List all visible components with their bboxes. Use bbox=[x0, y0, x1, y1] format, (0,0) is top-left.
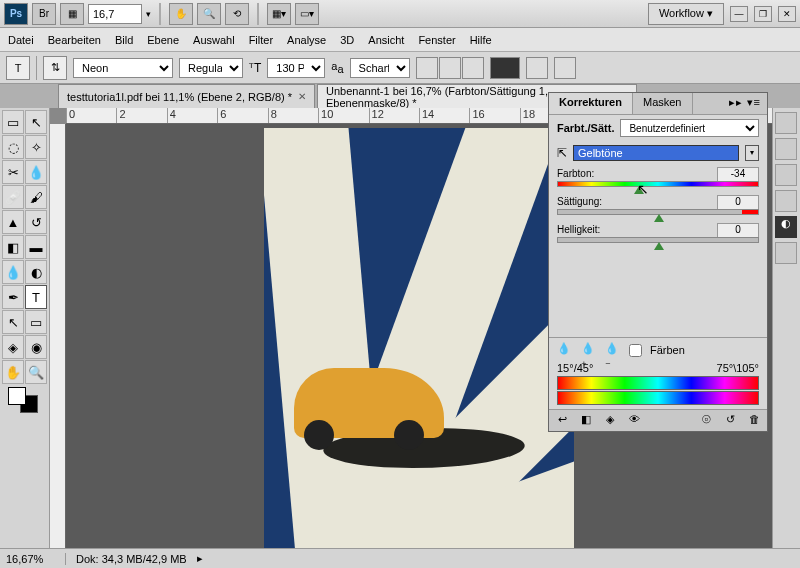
magic-wand-tool[interactable]: ✧ bbox=[25, 135, 47, 159]
eyedropper-add-icon[interactable]: 💧₊ bbox=[581, 342, 597, 358]
eraser-tool[interactable]: ◧ bbox=[2, 235, 24, 259]
dock-expand-icon[interactable] bbox=[775, 112, 797, 134]
align-center-button[interactable] bbox=[439, 57, 461, 79]
menubar: Datei Bearbeiten Bild Ebene Auswahl Filt… bbox=[0, 28, 800, 52]
history-brush-tool[interactable]: ↺ bbox=[25, 210, 47, 234]
align-left-button[interactable] bbox=[416, 57, 438, 79]
range-left: 15°/45° bbox=[557, 362, 593, 374]
bridge-icon[interactable]: Br bbox=[32, 3, 56, 25]
shape-tool[interactable]: ▭ bbox=[25, 310, 47, 334]
colorize-checkbox[interactable] bbox=[629, 344, 642, 357]
minimize-button[interactable]: — bbox=[730, 6, 748, 22]
arrange-docs-icon[interactable]: ▦▾ bbox=[267, 3, 291, 25]
align-right-button[interactable] bbox=[462, 57, 484, 79]
menu-bearbeiten[interactable]: Bearbeiten bbox=[48, 34, 101, 46]
rotate-view-icon[interactable]: ⟲ bbox=[225, 3, 249, 25]
text-orientation-icon[interactable]: ⇅ bbox=[43, 56, 67, 80]
path-select-tool[interactable]: ↖ bbox=[2, 310, 24, 334]
expand-view-icon[interactable]: ◧ bbox=[577, 413, 595, 429]
chevron-down-icon[interactable]: ▾ bbox=[745, 145, 759, 161]
menu-auswahl[interactable]: Auswahl bbox=[193, 34, 235, 46]
mini-bridge-icon[interactable]: ▦ bbox=[60, 3, 84, 25]
type-tool-icon: T bbox=[6, 56, 30, 80]
close-icon[interactable]: ✕ bbox=[298, 91, 306, 102]
screen-mode-icon[interactable]: ▭▾ bbox=[295, 3, 319, 25]
eyedropper-tool[interactable]: 💧 bbox=[25, 160, 47, 184]
reset-icon[interactable]: ↺ bbox=[721, 413, 739, 429]
brush-tool[interactable]: 🖌 bbox=[25, 185, 47, 209]
healing-tool[interactable]: 🩹 bbox=[2, 185, 24, 209]
crop-tool[interactable]: ✂ bbox=[2, 160, 24, 184]
pen-tool[interactable]: ✒ bbox=[2, 285, 24, 309]
close-button[interactable]: ✕ bbox=[778, 6, 796, 22]
masks-panel-icon[interactable] bbox=[775, 190, 797, 212]
lightness-label: Helligkeit: bbox=[557, 224, 600, 235]
text-color-swatch[interactable] bbox=[490, 57, 520, 79]
swatches-panel-icon[interactable] bbox=[775, 138, 797, 160]
layers-panel-icon[interactable] bbox=[775, 242, 797, 264]
workspace-switcher[interactable]: Workflow ▾ bbox=[648, 3, 724, 25]
hand-tool-icon[interactable]: ✋ bbox=[169, 3, 193, 25]
status-zoom[interactable]: 16,67% bbox=[6, 553, 66, 565]
antialias-select[interactable]: Scharf bbox=[350, 58, 410, 78]
return-icon[interactable]: ↩ bbox=[553, 413, 571, 429]
target-adjust-icon[interactable]: ⇱ bbox=[557, 146, 567, 160]
channel-select[interactable]: Gelbtöne bbox=[573, 145, 739, 161]
warp-text-button[interactable] bbox=[526, 57, 548, 79]
stamp-tool[interactable]: ▲ bbox=[2, 210, 24, 234]
clip-layer-icon[interactable]: ◈ bbox=[601, 413, 619, 429]
menu-bild[interactable]: Bild bbox=[115, 34, 133, 46]
visibility-icon[interactable]: 👁 bbox=[625, 413, 643, 429]
lasso-tool[interactable]: ◌ bbox=[2, 135, 24, 159]
font-size-select[interactable]: 130 Pt bbox=[267, 58, 325, 78]
adjustments-panel-icon[interactable]: ◐ bbox=[775, 216, 797, 238]
3d-camera-tool[interactable]: ◉ bbox=[25, 335, 47, 359]
options-bar: T ⇅ Neon Regular ᵀT 130 Pt aa Scharf bbox=[0, 52, 800, 84]
hand-tool[interactable]: ✋ bbox=[2, 360, 24, 384]
font-family-select[interactable]: Neon bbox=[73, 58, 173, 78]
menu-filter[interactable]: Filter bbox=[249, 34, 273, 46]
color-swatches[interactable] bbox=[2, 385, 47, 413]
status-menu-icon[interactable]: ▸ bbox=[197, 552, 203, 565]
gradient-tool[interactable]: ▬ bbox=[25, 235, 47, 259]
type-tool[interactable]: T bbox=[25, 285, 47, 309]
lightness-value[interactable]: 0 bbox=[717, 223, 759, 238]
eyedropper-icon[interactable]: 💧 bbox=[557, 342, 573, 358]
move-tool[interactable]: ▭ bbox=[2, 110, 24, 134]
lightness-slider[interactable] bbox=[557, 237, 759, 243]
document-tab[interactable]: testtutoria1l.pdf bei 11,1% (Ebene 2, RG… bbox=[58, 84, 315, 108]
selection-tool[interactable]: ↖ bbox=[25, 110, 47, 134]
character-panel-button[interactable] bbox=[554, 57, 576, 79]
zoom-tool[interactable]: 🔍 bbox=[25, 360, 47, 384]
menu-fenster[interactable]: Fenster bbox=[418, 34, 455, 46]
restore-button[interactable]: ❐ bbox=[754, 6, 772, 22]
hue-slider[interactable] bbox=[557, 181, 759, 187]
panel-menu-icon[interactable]: ▸▸ ▾≡ bbox=[723, 93, 767, 114]
menu-ansicht[interactable]: Ansicht bbox=[368, 34, 404, 46]
status-docsize: Dok: 34,3 MB/42,9 MB bbox=[76, 553, 187, 565]
blur-tool[interactable]: 💧 bbox=[2, 260, 24, 284]
saturation-slider[interactable] bbox=[557, 209, 759, 215]
menu-3d[interactable]: 3D bbox=[340, 34, 354, 46]
tab-korrekturen[interactable]: Korrekturen bbox=[549, 93, 633, 114]
titlebar-zoom-input[interactable] bbox=[88, 4, 142, 24]
hue-value[interactable]: -34 bbox=[717, 167, 759, 182]
menu-ebene[interactable]: Ebene bbox=[147, 34, 179, 46]
hue-result-bar bbox=[557, 391, 759, 405]
tab-masken[interactable]: Masken bbox=[633, 93, 693, 114]
preset-select[interactable]: Benutzerdefiniert bbox=[620, 119, 759, 137]
dodge-tool[interactable]: ◐ bbox=[25, 260, 47, 284]
previous-state-icon[interactable]: ⦾ bbox=[697, 413, 715, 429]
menu-datei[interactable]: Datei bbox=[8, 34, 34, 46]
trash-icon[interactable]: 🗑 bbox=[745, 413, 763, 429]
3d-tool[interactable]: ◈ bbox=[2, 335, 24, 359]
zoom-tool-icon[interactable]: 🔍 bbox=[197, 3, 221, 25]
styles-panel-icon[interactable] bbox=[775, 164, 797, 186]
menu-analyse[interactable]: Analyse bbox=[287, 34, 326, 46]
hue-range-bar[interactable] bbox=[557, 376, 759, 390]
font-weight-select[interactable]: Regular bbox=[179, 58, 243, 78]
eyedropper-sub-icon[interactable]: 💧₋ bbox=[605, 342, 621, 358]
saturation-value[interactable]: 0 bbox=[717, 195, 759, 210]
menu-hilfe[interactable]: Hilfe bbox=[470, 34, 492, 46]
ps-logo-icon[interactable]: Ps bbox=[4, 3, 28, 25]
